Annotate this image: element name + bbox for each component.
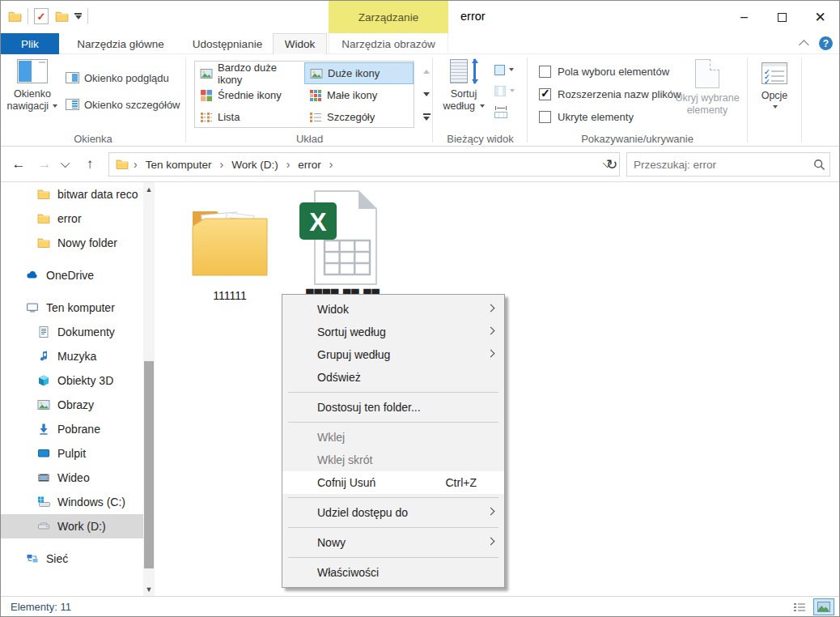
sidebar-item-downloads[interactable]: Pobrane: [1, 417, 143, 441]
menu-item-customize-folder[interactable]: Dostosuj ten folder...: [282, 396, 504, 419]
layout-option-details[interactable]: Szczegóły: [304, 106, 414, 128]
explorer-folder-icon[interactable]: [7, 9, 22, 23]
sidebar-item-error[interactable]: error: [1, 206, 143, 231]
breadcrumb-error[interactable]: error: [295, 159, 325, 171]
tab-share[interactable]: Udostępnianie: [182, 33, 273, 54]
menu-item-properties[interactable]: Właściwości: [282, 561, 504, 584]
address-box[interactable]: › Ten komputer › Work (D:) › error ›: [108, 152, 620, 177]
sidebar-item-this-pc[interactable]: Ten komputer: [1, 296, 143, 320]
tab-view[interactable]: Widok: [273, 33, 327, 54]
sidebar-item-bitwar[interactable]: bitwar data reco: [1, 182, 143, 206]
sidebar-item-nowy-folder[interactable]: Nowy folder: [1, 231, 143, 255]
breadcrumb-work-d[interactable]: Work (D:): [228, 159, 282, 171]
size-all-columns-icon: [494, 106, 507, 118]
menu-item-undo-delete[interactable]: Cofnij UsuńCtrl+Z: [282, 471, 504, 494]
menu-item-paste[interactable]: Wklej: [282, 426, 504, 449]
sidebar-scrollbar[interactable]: ▲ ▼: [143, 182, 155, 596]
details-pane-icon: [66, 99, 79, 110]
sidebar-item-desktop[interactable]: Pulpit: [1, 441, 143, 466]
ribbon-tab-row: Plik Narzędzia główne Udostępnianie Wido…: [1, 33, 839, 54]
group-label: Okienka: [1, 133, 185, 145]
navigation-pane-button[interactable]: Okienko nawigacji: [6, 59, 59, 113]
film-icon: [37, 471, 50, 484]
sidebar-item-onedrive[interactable]: OneDrive: [1, 263, 143, 287]
options-button[interactable]: ✓ ✓ ✓ Opcje: [754, 62, 795, 109]
search-input[interactable]: [627, 159, 808, 171]
checkbox-item-hidden-items[interactable]: Ukryte elementy: [539, 107, 634, 126]
excel-file-icon: X: [299, 189, 388, 289]
scrollbar-thumb[interactable]: [144, 361, 154, 568]
sidebar-item-work-d[interactable]: Work (D:): [1, 514, 143, 538]
menu-separator: [288, 527, 498, 528]
breadcrumb-this-pc[interactable]: Ten komputer: [142, 159, 215, 171]
menu-item-group-by[interactable]: Grupuj według: [282, 343, 504, 366]
documents-icon: [37, 326, 50, 338]
recent-locations-chevron-icon[interactable]: [57, 147, 75, 182]
scroll-down-icon[interactable]: ▼: [143, 582, 155, 596]
close-button[interactable]: ✕: [801, 1, 839, 33]
sidebar-item-pictures[interactable]: Obrazy: [1, 393, 143, 417]
forward-icon[interactable]: →: [33, 147, 56, 182]
minimize-button[interactable]: –: [725, 1, 763, 33]
quick-access-toolbar: ✓: [7, 8, 88, 24]
layout-option-list[interactable]: Lista: [195, 106, 304, 128]
navigation-pane: bitwar data reco error Nowy folder OneDr…: [1, 182, 155, 596]
folder-icon: [37, 212, 50, 225]
menu-item-new[interactable]: Nowy: [282, 531, 504, 554]
sidebar-item-videos[interactable]: Wideo: [1, 466, 143, 490]
ribbon-group-show-hide: Pola wyboru elementów ✓ Rozszerzenia naz…: [528, 54, 747, 147]
menu-item-view[interactable]: Widok: [282, 298, 504, 321]
details-pane-button[interactable]: Okienko szczegółów: [66, 95, 180, 114]
location-folder-icon: [109, 158, 129, 171]
search-icon[interactable]: [808, 159, 829, 171]
dropdown-caret-icon: [480, 104, 485, 108]
file-item-excel[interactable]: X ████ ██ ██ ████: [299, 189, 388, 292]
ribbon: Okienko nawigacji Okienko podglądu Okien…: [1, 54, 839, 147]
refresh-icon[interactable]: ↻: [601, 152, 622, 177]
menu-item-refresh[interactable]: Odśwież: [282, 366, 504, 389]
help-icon[interactable]: ?: [819, 36, 833, 50]
layout-option-large-selected[interactable]: Duże ikony: [304, 62, 414, 84]
folder-item-111111[interactable]: 111111: [185, 192, 274, 291]
checkbox-unchecked[interactable]: [539, 111, 551, 123]
sort-by-button[interactable]: Sortuj według: [438, 59, 490, 113]
customize-qat-chevron-icon[interactable]: [74, 13, 82, 19]
scroll-up-icon[interactable]: ▲: [143, 182, 155, 196]
checkbox-item-file-extensions[interactable]: ✓ Rozszerzenia nazw plików: [539, 84, 681, 104]
tab-file[interactable]: Plik: [1, 33, 59, 54]
pictures-icon: [37, 398, 50, 411]
sidebar-item-windows-c[interactable]: Windows (C:): [1, 490, 143, 514]
maximize-button[interactable]: [763, 1, 801, 33]
group-label: Bieżący widok: [433, 133, 528, 145]
layout-option-small[interactable]: Małe ikony: [304, 84, 414, 106]
menu-item-sort-by[interactable]: Sortuj według: [282, 321, 504, 343]
hide-selected-items-button[interactable]: Ukryj wybrane elementy: [670, 59, 745, 117]
sidebar-item-network[interactable]: Sieć: [1, 547, 143, 571]
sidebar-item-documents[interactable]: Dokumenty: [1, 320, 143, 344]
submenu-arrow-icon: [487, 350, 495, 358]
new-folder-icon[interactable]: [54, 9, 69, 23]
checkbox-unchecked[interactable]: [539, 66, 551, 78]
sidebar-item-3d-objects[interactable]: Obiekty 3D: [1, 368, 143, 393]
layout-option-extra-large[interactable]: Bardzo duże ikony: [195, 62, 304, 84]
menu-separator: [288, 557, 498, 558]
add-columns-button[interactable]: [494, 82, 515, 100]
tab-home[interactable]: Narzędzia główne: [59, 33, 182, 54]
back-icon[interactable]: ←: [7, 147, 30, 182]
group-by-button[interactable]: [494, 61, 515, 79]
menu-item-paste-shortcut[interactable]: Wklej skrót: [282, 449, 504, 471]
menu-item-give-access-to[interactable]: Udziel dostępu do: [282, 501, 504, 524]
properties-check-icon[interactable]: ✓: [34, 8, 49, 24]
details-view-button[interactable]: [789, 598, 810, 615]
up-icon[interactable]: ↑: [78, 147, 101, 182]
preview-pane-button[interactable]: Okienko podglądu: [66, 68, 169, 87]
layout-option-medium[interactable]: Średnie ikony: [195, 84, 304, 106]
checkbox-checked[interactable]: ✓: [539, 88, 551, 100]
size-columns-button[interactable]: [494, 103, 515, 121]
submenu-arrow-icon: [487, 327, 495, 335]
thumbnails-view-button[interactable]: [813, 598, 834, 615]
music-note-icon: [37, 350, 50, 363]
checkbox-item-checkboxes[interactable]: Pola wyboru elementów: [539, 62, 669, 81]
sidebar-item-music[interactable]: Muzyka: [1, 344, 143, 368]
tab-picture-tools[interactable]: Narzędzia obrazów: [329, 33, 448, 54]
